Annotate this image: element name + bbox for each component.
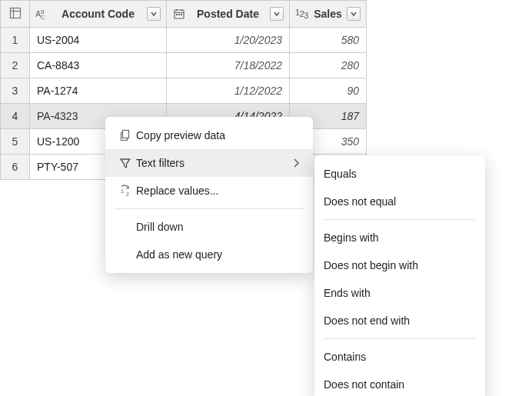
menu-item-begins-with[interactable]: Begins with [314, 224, 485, 251]
copy-icon [115, 128, 136, 142]
filter-dropdown-icon[interactable] [270, 7, 284, 21]
menu-item-does-not-equal[interactable]: Does not equal [314, 188, 485, 215]
table-row[interactable]: 2 CA-8843 7/18/2022 280 [1, 53, 367, 78]
svg-rect-11 [178, 14, 180, 15]
cell-account-code[interactable]: CA-8843 [31, 54, 165, 77]
table-row[interactable]: 3 PA-1274 1/12/2022 90 [1, 78, 367, 104]
menu-item-does-not-begin-with[interactable]: Does not begin with [314, 251, 485, 279]
menu-item-drill-down[interactable]: Drill down [105, 213, 313, 241]
svg-rect-13 [123, 131, 129, 138]
cell-posted-date[interactable]: 1/12/2022 [168, 79, 288, 102]
menu-item-copy-preview-data[interactable]: Copy preview data [105, 121, 313, 149]
menu-item-label: Equals [324, 168, 471, 180]
menu-item-label: Ends with [324, 287, 471, 299]
menu-item-label: Begins with [324, 231, 471, 244]
svg-text:2: 2 [126, 191, 129, 197]
menu-item-label: Does not end with [324, 314, 471, 327]
filter-dropdown-icon[interactable] [147, 7, 161, 21]
menu-item-label: Does not contain [324, 378, 471, 391]
row-number[interactable]: 6 [1, 155, 30, 180]
menu-item-label: Does not equal [324, 195, 471, 208]
column-header-sales[interactable]: 123 Sales [290, 1, 367, 28]
text-filters-submenu: Equals Does not equal Begins with Does n… [314, 155, 485, 396]
filter-icon [115, 156, 136, 170]
menu-item-label: Does not begin with [324, 259, 471, 271]
cell-sales[interactable]: 580 [291, 28, 365, 52]
cell-account-code[interactable]: US-2004 [31, 28, 165, 52]
cell-posted-date[interactable]: 7/18/2022 [168, 54, 288, 77]
column-label: Sales [312, 8, 344, 20]
menu-separator [324, 219, 476, 220]
cell-posted-date[interactable]: 1/20/2023 [168, 28, 288, 52]
menu-item-ends-with[interactable]: Ends with [314, 279, 485, 307]
svg-text:B: B [41, 9, 45, 15]
svg-text:1: 1 [121, 188, 124, 194]
menu-item-does-not-end-with[interactable]: Does not end with [314, 307, 485, 334]
menu-item-label: Copy preview data [136, 129, 288, 141]
menu-item-label: Text filters [136, 157, 288, 169]
row-number[interactable]: 3 [1, 78, 30, 104]
cell-account-code[interactable]: PA-1274 [31, 79, 165, 102]
menu-item-add-as-new-query[interactable]: Add as new query [105, 241, 313, 268]
menu-item-contains[interactable]: Contains [314, 343, 485, 371]
svg-rect-0 [10, 8, 20, 18]
menu-item-label: Add as new query [136, 248, 288, 261]
menu-item-label: Drill down [136, 221, 288, 233]
svg-rect-12 [181, 14, 182, 15]
text-type-icon: ABC [35, 8, 49, 20]
corner-cell[interactable] [1, 1, 30, 28]
table-icon [9, 7, 22, 19]
menu-item-equals[interactable]: Equals [314, 160, 485, 188]
column-label: Posted Date [189, 8, 267, 20]
number-type-icon: 123 [295, 9, 309, 18]
menu-item-does-not-contain[interactable]: Does not contain [314, 371, 485, 396]
menu-separator [324, 338, 476, 339]
cell-sales[interactable]: 90 [291, 79, 365, 102]
table-row[interactable]: 1 US-2004 1/20/2023 580 [1, 28, 367, 53]
replace-icon: 12 [115, 184, 136, 198]
row-number[interactable]: 1 [1, 28, 30, 53]
menu-item-label: Replace values... [136, 185, 288, 197]
column-header-posted-date[interactable]: Posted Date [167, 1, 290, 28]
menu-item-label: Contains [324, 351, 471, 363]
chevron-right-icon [288, 158, 299, 168]
app-viewport: ABC Account Code Posted Date [0, 0, 532, 396]
cell-sales[interactable]: 280 [291, 54, 365, 77]
svg-text:C: C [41, 15, 45, 20]
context-menu: Copy preview data Text filters 12 Replac… [105, 117, 313, 273]
menu-item-text-filters[interactable]: Text filters [105, 149, 313, 177]
row-number[interactable]: 5 [1, 129, 30, 155]
date-type-icon [172, 8, 186, 20]
row-number[interactable]: 2 [1, 53, 30, 78]
column-label: Account Code [52, 8, 144, 20]
menu-separator [115, 208, 304, 209]
svg-rect-10 [176, 14, 178, 15]
menu-item-replace-values[interactable]: 12 Replace values... [105, 177, 313, 205]
row-number[interactable]: 4 [1, 104, 30, 129]
column-header-account-code[interactable]: ABC Account Code [30, 1, 167, 28]
filter-dropdown-icon[interactable] [347, 7, 361, 21]
